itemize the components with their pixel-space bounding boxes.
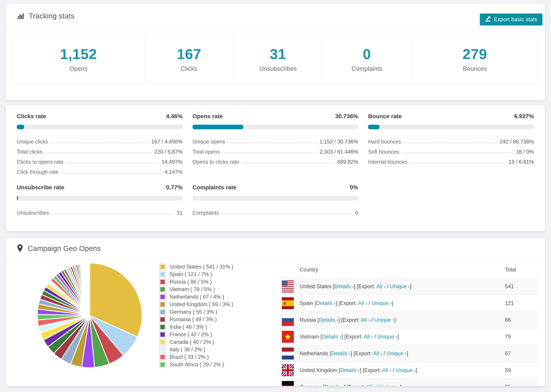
legend-item-canada[interactable]: Canada ( 40 / 2% ) (159, 338, 233, 346)
export-all-link[interactable]: All › (373, 350, 382, 357)
dotted-leader (222, 153, 317, 153)
dotted-leader (221, 214, 353, 214)
legend-item-italy[interactable]: Italy ( 36 / 2% ) (159, 346, 233, 353)
details-link[interactable]: Details › (334, 283, 354, 289)
export-basic-stats-button[interactable]: Export basic stats (480, 14, 543, 26)
export-all-link[interactable]: All › (366, 384, 375, 386)
export-unique-link[interactable]: Unique › (372, 300, 391, 306)
dotted-leader (51, 214, 174, 214)
rate-block-clicks-rate: Clicks rate4.46%Unique clicks167 / 4.456… (17, 113, 183, 175)
dotted-leader (241, 163, 335, 163)
rate-line-value: 31 (177, 210, 182, 216)
legend-item-south-africa[interactable]: South Africa ( 29 / 2% ) (159, 361, 233, 368)
rate-block-unsubscribe-rate: Unsubscribe rate0.77%Unsubscribes31 (17, 184, 183, 216)
rates-card: Clicks rate4.46%Unique clicks167 / 4.456… (6, 105, 545, 231)
rate-line-value: 0 (355, 210, 358, 216)
total-cell: 79 (505, 334, 537, 340)
legend-item-russia[interactable]: Russia ( 86 / 5% ) (159, 278, 233, 286)
rate-line: Opens to clicks rate689.82% (192, 155, 358, 165)
details-link[interactable]: Details › (316, 300, 336, 306)
flag-icon-de (282, 381, 294, 386)
country-cell: Spain [Details ›] [Export: All › / Uniqu… (281, 300, 393, 306)
legend-item-germany[interactable]: Germany ( 55 / 3% ) (159, 308, 233, 316)
flag-icon-us (282, 280, 294, 293)
rate-title: Unsubscribe rate (17, 184, 64, 191)
table-row-vn: Vietnam [Details ›] [Export: All › / Uni… (281, 328, 537, 345)
stat-value: 279 (463, 46, 487, 63)
tracking-stats-card: Tracking stats Export basic stats 1,152O… (6, 3, 545, 100)
legend-item-france[interactable]: France ( 42 / 2% ) (159, 331, 233, 338)
export-unique-link[interactable]: Unique › (387, 350, 407, 357)
country-cell: Vietnam [Details ›] [Export: All › / Uni… (281, 334, 399, 340)
details-link[interactable]: Details › (319, 317, 338, 323)
total-cell: 541 (505, 283, 537, 290)
rate-block-opens-rate: Opens rate30.736%Unique opens1,152 / 30.… (192, 113, 358, 175)
legend-item-india[interactable]: India ( 46 / 3% ) (159, 323, 233, 331)
export-all-link[interactable]: All › (382, 367, 391, 373)
geo-opens-table: Country Total United States [Details ›] … (281, 261, 537, 386)
rate-line: Unique clicks167 / 4.456% (17, 135, 183, 145)
export-unique-link[interactable]: Unique › (374, 317, 394, 323)
table-row-gb: United Kingdom [Details ›] [Export: All … (281, 362, 537, 378)
details-link[interactable]: Details › (331, 350, 351, 357)
rate-line-value: 1,152 / 30.736% (320, 139, 358, 145)
export-unique-link[interactable]: Unique › (390, 283, 410, 289)
legend-swatch (159, 339, 166, 345)
total-cell: 67 (505, 350, 537, 357)
export-unique-link[interactable]: Unique › (380, 384, 400, 386)
rate-line: Unsubscribes31 (17, 206, 183, 216)
stat-cell-clicks: 167Clicks (144, 35, 233, 83)
legend-item-brazil[interactable]: Brazil ( 33 / 2% ) (159, 353, 233, 361)
rate-line: Unique opens1,152 / 30.736% (192, 135, 358, 145)
details-link[interactable]: Details › (325, 384, 344, 386)
dotted-leader (45, 153, 152, 153)
rate-line-value: 2,303 / 61.446% (320, 149, 358, 155)
legend-label: Italy ( 36 / 2% ) (170, 347, 205, 353)
geo-table-header: Country Total (281, 261, 537, 278)
export-all-link[interactable]: All › (376, 283, 385, 289)
geo-header: Campaign Geo Opens (6, 238, 545, 259)
legend-item-vietnam[interactable]: Vietnam ( 79 / 5% ) (159, 286, 233, 293)
table-row-us: United States [Details ›] [Export: All ›… (281, 278, 537, 295)
legend-label: United States ( 541 / 31% ) (170, 264, 233, 270)
country-cell: Netherlands [Details ›] [Export: All › /… (281, 350, 408, 357)
export-all-link[interactable]: All › (358, 300, 367, 306)
dotted-leader (66, 163, 159, 163)
legend-swatch (159, 309, 166, 315)
legend-swatch (159, 271, 166, 278)
tracking-stats-header: Tracking stats Export basic stats (6, 4, 545, 29)
stat-label: Opens (70, 65, 88, 72)
export-unique-link[interactable]: Unique › (377, 334, 397, 340)
legend-item-netherlands[interactable]: Netherlands ( 67 / 4% ) (159, 293, 233, 301)
rate-line-value: 242 / 86.738% (500, 139, 534, 145)
legend-swatch (159, 264, 166, 270)
flag-icon-gb (282, 364, 294, 376)
rate-progress-track (17, 125, 183, 129)
legend-swatch (159, 331, 166, 338)
legend-item-romania[interactable]: Romania ( 49 / 3% ) (159, 316, 233, 323)
rate-line: Soft bounces18 / 0% (368, 145, 534, 155)
table-row-es: Spain [Details ›] [Export: All › / Uniqu… (281, 295, 537, 311)
rate-line-label: Opens to clicks rate (192, 159, 239, 165)
total-cell: 121 (505, 300, 537, 306)
rate-line-value: 167 / 4.456% (151, 139, 183, 145)
rate-progress-fill (368, 125, 380, 129)
export-all-link[interactable]: All › (364, 334, 373, 340)
legend-item-united-kingdom[interactable]: United Kingdom ( 59 / 3% ) (159, 301, 233, 308)
legend-item-united-states[interactable]: United States ( 541 / 31% ) (159, 263, 233, 271)
tracking-stats-page: Tracking stats Export basic stats 1,152O… (0, 0, 551, 392)
details-link[interactable]: Details › (340, 367, 360, 373)
export-all-link[interactable]: All › (361, 317, 370, 323)
flag-icon-ru (282, 314, 294, 326)
legend-swatch (159, 294, 166, 300)
rate-progress-fill (17, 196, 18, 200)
details-link[interactable]: Details › (322, 334, 341, 340)
legend-label: South Africa ( 29 / 2% ) (170, 362, 224, 368)
flag-icon-es (282, 297, 294, 309)
export-unique-link[interactable]: Unique › (396, 367, 416, 373)
legend-item-spain[interactable]: Spain ( 121 / 7% ) (159, 271, 233, 278)
dotted-leader (228, 143, 317, 143)
total-cell: 55 (505, 384, 537, 386)
rate-line: Hard bounces242 / 86.738% (368, 135, 534, 145)
export-button-label: Export basic stats (494, 16, 537, 23)
